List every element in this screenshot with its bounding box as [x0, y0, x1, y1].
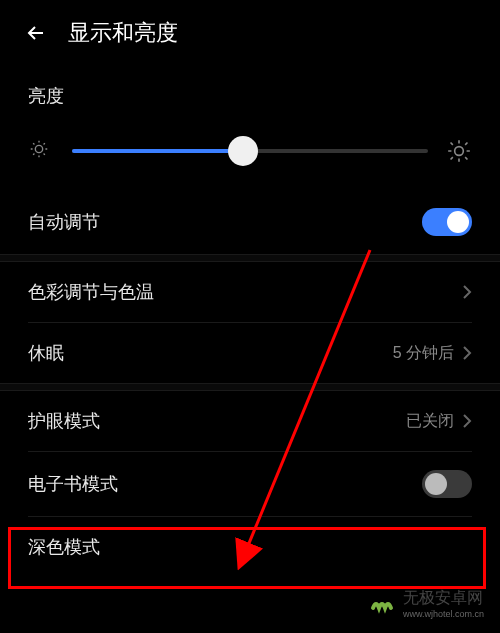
sleep-label: 休眠 [28, 341, 64, 365]
brightness-low-icon [28, 138, 54, 164]
divider [0, 383, 500, 391]
dark-mode-label: 深色模式 [28, 535, 100, 559]
watermark-logo-icon [369, 590, 397, 618]
row-color-temp[interactable]: 色彩调节与色温 [0, 262, 500, 322]
watermark-url: www.wjhotel.com.cn [403, 609, 484, 619]
color-temp-label: 色彩调节与色温 [28, 280, 154, 304]
svg-point-0 [35, 145, 42, 152]
eye-comfort-value: 已关闭 [406, 411, 454, 432]
chevron-right-icon [462, 345, 472, 361]
divider [0, 254, 500, 262]
watermark-text: 无极安卓网 [403, 588, 484, 609]
chevron-right-icon [462, 413, 472, 429]
auto-adjust-label: 自动调节 [28, 210, 100, 234]
auto-adjust-toggle[interactable] [422, 208, 472, 236]
svg-point-1 [455, 147, 464, 156]
ebook-toggle[interactable] [422, 470, 472, 498]
row-auto-adjust: 自动调节 [0, 190, 500, 254]
back-arrow-icon[interactable] [24, 21, 48, 45]
brightness-slider[interactable] [72, 149, 428, 153]
row-eye-comfort[interactable]: 护眼模式 已关闭 [0, 391, 500, 451]
header: 显示和亮度 [0, 0, 500, 66]
sleep-value: 5 分钟后 [393, 343, 454, 364]
row-sleep[interactable]: 休眠 5 分钟后 [0, 323, 500, 383]
brightness-slider-row [0, 120, 500, 190]
brightness-high-icon [446, 138, 472, 164]
ebook-label: 电子书模式 [28, 472, 118, 496]
row-dark-mode[interactable]: 深色模式 [0, 517, 500, 577]
row-ebook: 电子书模式 [0, 452, 500, 516]
eye-comfort-label: 护眼模式 [28, 409, 100, 433]
page-title: 显示和亮度 [68, 18, 178, 48]
chevron-right-icon [462, 284, 472, 300]
brightness-label: 亮度 [0, 66, 500, 120]
watermark: 无极安卓网 www.wjhotel.com.cn [363, 584, 490, 623]
